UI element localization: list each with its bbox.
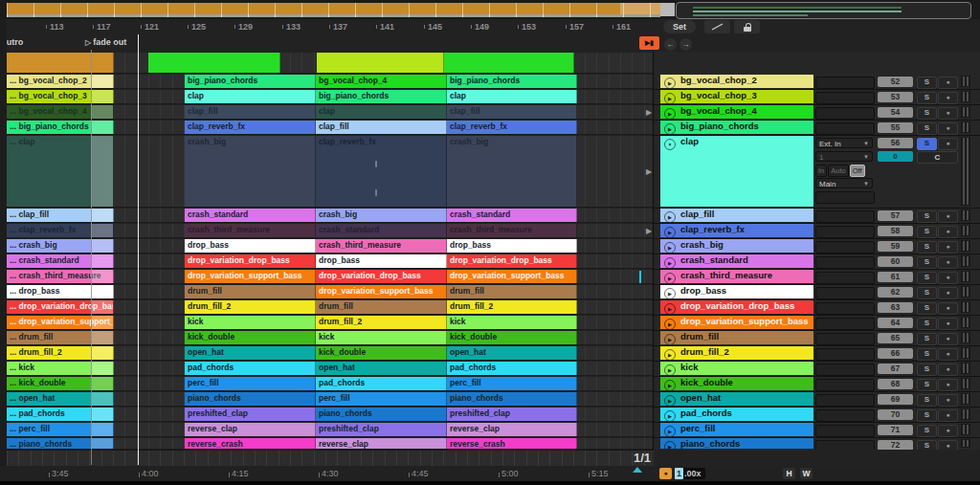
track-name-drum_fill[interactable]: ▶drum_fill [660,331,813,344]
track-header-big_piano_chords[interactable]: ▶big_piano_chords55S● [654,121,980,136]
draw-ramp-icon[interactable] [704,20,730,33]
clip-drum_fill_2[interactable]: drum_fill_2 [447,300,577,314]
overview-view-handle[interactable] [660,3,675,16]
bar-number-tick[interactable]: 129 [234,22,253,32]
solo-button[interactable]: S [917,440,937,450]
automation-box[interactable] [815,364,875,376]
fold-arrow-icon[interactable]: ▶ [664,257,676,268]
clip-clap_fill[interactable]: clap_fill [185,105,316,119]
clip-reverse_crash[interactable]: reverse_crash [447,438,577,449]
clip-clap_reverb_fx[interactable]: clap_reverb_fx [447,121,577,134]
track-lane-drop_bass[interactable]: ... drop_bassdrum_filldrop_variation_sup… [7,285,654,299]
time-ruler-label[interactable]: 3:45 [49,469,69,478]
bar-number-tick[interactable]: 157 [566,22,584,32]
clip-clap_reverb_fx[interactable]: clap_reverb_fx [316,136,447,207]
clip-piano_chords[interactable]: piano_chords [447,392,577,406]
clip-crash_standard[interactable]: crash_standard [447,209,577,222]
clip-bg_vocal_chop_4[interactable]: bg_vocal_chop_4 [316,75,447,88]
track-header-drop_variation_drop_bass[interactable]: ▶drop_variation_drop_bass63S● [654,300,980,316]
clip-big_piano_chords[interactable]: big_piano_chords [447,75,577,88]
clip-kick_double[interactable]: kick_double [316,346,447,360]
solo-button[interactable]: S [917,425,937,437]
track-lane-crash_third_measure[interactable]: ... crash_third_measuredrop_variation_su… [7,270,654,284]
track-lane-kick_double[interactable]: ... kick_doubleperc_fillpad_chordsperc_f… [7,377,654,391]
track-name-clap[interactable]: ▼clap [660,136,813,207]
time-ruler-label[interactable]: 4:00 [139,469,159,478]
time-ruler-label[interactable]: 5:15 [589,469,609,478]
clip-reverse_clap[interactable]: reverse_clap [447,423,577,436]
clip-drum_fill_2[interactable]: drum_fill_2 [316,316,447,329]
track-header-perc_fill[interactable]: ▶perc_fill71S● [654,423,980,438]
arm-record-button[interactable]: ● [938,107,958,120]
fold-arrow-icon[interactable]: ▶ [664,441,676,449]
automation-box[interactable] [815,107,875,120]
clip-kick_double[interactable]: ... kick_double [7,377,114,390]
arm-record-button[interactable]: ● [938,77,958,89]
clip-drop_variation_drop_bass[interactable]: ... drop_variation_drop_bass [7,300,114,314]
clip-drop_variation_drop_bass[interactable]: drop_variation_drop_bass [316,270,447,283]
track-lane-pad_chords[interactable]: ... pad_chordspreshifted_clappiano_chord… [7,408,654,422]
track-lane-drop_variation_drop_bass[interactable]: ... drop_variation_drop_bassdrum_fill_2d… [7,300,654,315]
track-header-clap[interactable]: ▼clapExt. In▼1▼InAutoOffMain▼56S●0C [654,136,980,209]
track-name-clap_fill[interactable]: ▶clap_fill [660,209,813,222]
automation-box[interactable] [815,409,875,422]
clip-crash_big[interactable]: ... crash_big [7,239,114,253]
track-header-drop_bass[interactable]: ▶drop_bass62S● [654,285,980,300]
solo-button[interactable]: S [917,364,937,376]
solo-button[interactable]: S [917,287,937,299]
automation-box[interactable] [815,77,875,89]
time-ruler-label[interactable]: 4:30 [319,469,339,478]
clip-crash_standard[interactable]: crash_standard [185,209,316,222]
clip-crash_standard[interactable]: ... crash_standard [7,254,114,268]
fold-arrow-icon[interactable]: ▶ [664,77,676,88]
track-header-panel[interactable]: ▶bg_vocal_chop_252S●▶bg_vocal_chop_353S●… [654,52,980,450]
track-header-bg_vocal_chop_4[interactable]: ▶bg_vocal_chop_454S● [654,105,980,121]
bar-number-tick[interactable]: 133 [282,22,301,32]
automation-box[interactable] [815,318,875,330]
clip-kick_double[interactable]: kick_double [185,331,316,344]
clip-preshifted_clap[interactable]: preshifted_clap [447,408,577,421]
next-locator-button[interactable]: → [679,38,692,51]
monitor-switch[interactable]: InAutoOff [815,165,873,175]
key-map-icon[interactable]: ● [659,468,672,479]
arm-record-button[interactable]: ● [938,287,958,299]
arm-record-button[interactable]: ● [938,333,958,345]
time-ruler-label[interactable]: 4:15 [229,469,249,478]
track-name-crash_big[interactable]: ▶crash_big [660,239,813,253]
track-header-crash_big[interactable]: ▶crash_big59S● [654,239,980,254]
automation-box[interactable] [815,226,875,238]
arm-record-button[interactable]: ● [938,318,958,330]
fold-arrow-icon[interactable]: ▶ [664,410,676,421]
output-channel-box[interactable] [815,191,875,204]
input-channel-chooser[interactable]: 1▼ [815,151,873,162]
arm-record-button[interactable]: ● [938,302,958,315]
track-lane-drum_fill_2[interactable]: ... drum_fill_2open_hatkick_doubleopen_h… [7,346,654,361]
track-lane-bg_vocal_chop_3[interactable]: ... bg_vocal_chop_3clapbig_piano_chordsc… [7,90,654,104]
track-header-bg_vocal_chop_3[interactable]: ▶bg_vocal_chop_353S● [654,90,980,105]
track-header-bg_vocal_chop_2[interactable]: ▶bg_vocal_chop_252S● [654,75,980,90]
locator-marker[interactable]: ▷fade out [85,37,126,47]
clip-crash_big[interactable]: crash_big [185,136,316,207]
track-header-pad_chords[interactable]: ▶pad_chords70S● [654,408,980,423]
time-ruler-label[interactable]: 5:00 [499,469,519,478]
track-lane-crash_standard[interactable]: ... crash_standarddrop_variation_drop_ba… [7,254,654,269]
track-lane-big_piano_chords[interactable]: ... big_piano_chordsclap_reverb_fxclap_f… [7,121,654,135]
height-zoom-button[interactable]: H [783,468,795,479]
clip-clap[interactable]: ... clap [7,136,114,207]
track-name-crash_third_measure[interactable]: ▶crash_third_measure [660,270,813,283]
automation-box[interactable] [815,256,875,269]
clip-crash_big[interactable]: crash_big [316,209,447,222]
clip-clap_fill[interactable]: clap_fill [316,121,447,134]
solo-button[interactable]: S [917,318,937,330]
track-name-bg_vocal_chop_4[interactable]: ▶bg_vocal_chop_4 [660,105,813,119]
track-name-big_piano_chords[interactable]: ▶big_piano_chords [660,121,813,134]
set-locator-button[interactable]: Set [663,20,696,33]
track-lane-clap[interactable]: ... clapcrash_bigclap_reverb_fxcrash_big… [7,136,654,208]
overview-loop-region[interactable] [7,3,660,14]
clip-pad_chords[interactable]: pad_chords [185,362,316,375]
fold-arrow-down-icon[interactable]: ▼ [664,139,676,150]
playback-speed-field[interactable]: 1.00x [675,468,705,479]
clip-crash_third_measure[interactable]: ... crash_third_measure [7,270,114,283]
solo-button[interactable]: S [917,77,937,89]
track-lane-open_hat[interactable]: ... open_hatpiano_chordsperc_fillpiano_c… [7,392,654,407]
